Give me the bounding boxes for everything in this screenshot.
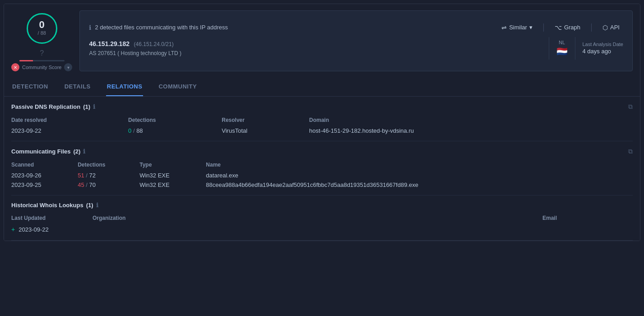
comm-files-table: Scanned Detections Type Name 2023-09-26 … bbox=[11, 160, 633, 190]
hw-col-empty bbox=[192, 215, 542, 221]
score-bar bbox=[19, 60, 65, 61]
cf-detections-1: 45 / 70 bbox=[78, 180, 139, 190]
community-score-chevron[interactable]: ▾ bbox=[64, 63, 72, 71]
hw-col-organization: Organization bbox=[93, 215, 192, 221]
top-actions: ⇌ Similar ▾ ⌥ Graph ⬡ API bbox=[498, 23, 623, 33]
passive-dns-detections: 0 / 88 bbox=[128, 126, 222, 135]
score-donut: 0 / 88 bbox=[24, 10, 60, 46]
country-code: NL bbox=[559, 40, 565, 45]
ip-address-row: 46.151.29.182 (46.151.24.0/21) bbox=[89, 40, 181, 47]
cf-col-name: Name bbox=[206, 160, 633, 171]
community-score-close-btn[interactable]: ✕ bbox=[11, 63, 19, 71]
cf-type-1: Win32 EXE bbox=[139, 180, 206, 190]
cf-col-type: Type bbox=[139, 160, 206, 171]
info-top-row: ℹ 2 detected files communicating with th… bbox=[89, 23, 623, 33]
passive-dns-section: Passive DNS Replication (1) ℹ ⧉ Date res… bbox=[11, 97, 633, 141]
detected-files-message: ℹ 2 detected files communicating with th… bbox=[89, 24, 228, 31]
hist-whois-row: + 2023-09-22 bbox=[11, 224, 633, 235]
historical-whois-section: Historical Whois Lookups (1) ℹ Last Upda… bbox=[11, 195, 633, 241]
score-inner: 0 / 88 bbox=[27, 13, 57, 44]
comm-files-title: Communicating Files (2) ℹ bbox=[11, 148, 85, 155]
hist-whois-date: 2023-09-22 bbox=[19, 226, 49, 233]
passive-dns-resolver: VirusTotal bbox=[222, 126, 309, 135]
passive-dns-table: Date resolved Detections Resolver Domain… bbox=[11, 115, 633, 135]
table-row: 2023-09-22 0 / 88 VirusTotal host-46-151… bbox=[11, 126, 633, 135]
hw-col-last-updated: Last Updated bbox=[11, 215, 93, 221]
ip-info: 46.151.29.182 (46.151.24.0/21) AS 207651… bbox=[89, 40, 181, 56]
passive-dns-header: Passive DNS Replication (1) ℹ ⧉ bbox=[11, 103, 633, 111]
passive-dns-col-resolver: Resolver bbox=[222, 115, 309, 126]
comm-files-copy-icon[interactable]: ⧉ bbox=[628, 148, 633, 155]
tab-details[interactable]: DETAILS bbox=[64, 78, 92, 96]
ip-main-row: 46.151.29.182 (46.151.24.0/21) AS 207651… bbox=[89, 37, 623, 60]
ip-as-info: AS 207651 ( Hosting technology LTD ) bbox=[89, 50, 181, 56]
tab-community[interactable]: COMMUNITY bbox=[158, 78, 198, 96]
meta-divider bbox=[549, 37, 549, 60]
passive-dns-copy-icon[interactable]: ⧉ bbox=[628, 103, 633, 111]
similar-button[interactable]: ⇌ Similar ▾ bbox=[498, 23, 536, 33]
cf-type-0: Win32 EXE bbox=[139, 171, 206, 180]
cf-detections-0: 51 / 72 bbox=[78, 171, 139, 180]
last-analysis-value: 4 days ago bbox=[583, 48, 612, 55]
graph-icon: ⌥ bbox=[555, 24, 562, 31]
cf-name-1: 88ceea988a4b66edfa194eae2aaf50951c6fbbc7… bbox=[206, 180, 633, 190]
similar-dropdown-icon: ▾ bbox=[529, 24, 533, 31]
question-icon: ? bbox=[40, 49, 44, 57]
community-score-label: Community Score bbox=[22, 65, 61, 70]
actions-divider bbox=[543, 23, 544, 32]
tab-detection[interactable]: DETECTION bbox=[11, 78, 49, 96]
detected-files-text: 2 detected files communicating with this… bbox=[95, 24, 228, 31]
comm-files-info-icon: ℹ bbox=[83, 148, 85, 155]
passive-dns-info-icon: ℹ bbox=[93, 103, 95, 110]
ip-cidr: (46.151.24.0/21) bbox=[134, 41, 174, 47]
passive-dns-col-domain: Domain bbox=[309, 115, 633, 126]
cf-name-0: datareal.exe bbox=[206, 171, 633, 180]
api-button[interactable]: ⬡ API bbox=[599, 23, 623, 33]
cf-date-0: 2023-09-26 bbox=[11, 171, 78, 180]
ip-address: 46.151.29.182 bbox=[89, 40, 130, 47]
hist-whois-columns: Last Updated Organization Email bbox=[11, 213, 633, 224]
passive-dns-title: Passive DNS Replication (1) ℹ bbox=[11, 103, 95, 110]
hist-whois-info-icon: ℹ bbox=[96, 202, 98, 209]
passive-dns-col-detections: Detections bbox=[128, 115, 222, 126]
similar-icon: ⇌ bbox=[501, 24, 507, 31]
community-score-bar: ✕ Community Score ▾ bbox=[11, 63, 72, 71]
cf-date-1: 2023-09-25 bbox=[11, 180, 78, 190]
content-area: Passive DNS Replication (1) ℹ ⧉ Date res… bbox=[4, 97, 640, 241]
expand-button[interactable]: + bbox=[11, 226, 15, 233]
hist-whois-title: Historical Whois Lookups (1) ℹ bbox=[11, 202, 98, 209]
comm-files-header: Communicating Files (2) ℹ ⧉ bbox=[11, 148, 633, 155]
passive-dns-domain: host-46-151-29-182.hosted-by-vdsina.ru bbox=[309, 126, 633, 135]
hist-whois-header: Historical Whois Lookups (1) ℹ bbox=[11, 202, 633, 209]
passive-dns-date: 2023-09-22 bbox=[11, 126, 128, 135]
communicating-files-section: Communicating Files (2) ℹ ⧉ Scanned Dete… bbox=[11, 141, 633, 195]
table-row: 2023-09-25 45 / 70 Win32 EXE 88ceea988a4… bbox=[11, 180, 633, 190]
info-panel: ℹ 2 detected files communicating with th… bbox=[79, 10, 633, 71]
actions-divider-2 bbox=[591, 23, 592, 32]
hw-col-email: Email bbox=[542, 215, 633, 221]
table-row: 2023-09-26 51 / 72 Win32 EXE datareal.ex… bbox=[11, 171, 633, 180]
score-numerator: 0 bbox=[39, 20, 45, 30]
meta-divider-2 bbox=[575, 37, 575, 60]
flag-icon: 🇳🇱 bbox=[556, 46, 568, 57]
info-icon: ℹ bbox=[89, 24, 91, 31]
last-analysis-label: Last Analysis Date bbox=[583, 42, 624, 47]
country-flag: NL 🇳🇱 bbox=[556, 40, 568, 57]
right-meta: NL 🇳🇱 Last Analysis Date 4 days ago bbox=[549, 37, 624, 60]
graph-button[interactable]: ⌥ Graph bbox=[551, 23, 584, 33]
tabs-row: DETECTION DETAILS RELATIONS COMMUNITY bbox=[4, 78, 640, 97]
last-analysis: Last Analysis Date 4 days ago bbox=[583, 42, 624, 55]
score-panel: 0 / 88 ? ✕ Community Score ▾ bbox=[11, 10, 72, 71]
score-denominator: / 88 bbox=[38, 30, 46, 37]
api-icon: ⬡ bbox=[602, 24, 608, 31]
passive-dns-col-date: Date resolved bbox=[11, 115, 128, 126]
cf-col-scanned: Scanned bbox=[11, 160, 78, 171]
main-container: 0 / 88 ? ✕ Community Score ▾ ℹ 2 detecte… bbox=[4, 4, 640, 241]
top-section: 0 / 88 ? ✕ Community Score ▾ ℹ 2 detecte… bbox=[4, 4, 640, 78]
cf-col-detections: Detections bbox=[78, 160, 139, 171]
tab-relations[interactable]: RELATIONS bbox=[106, 78, 144, 96]
